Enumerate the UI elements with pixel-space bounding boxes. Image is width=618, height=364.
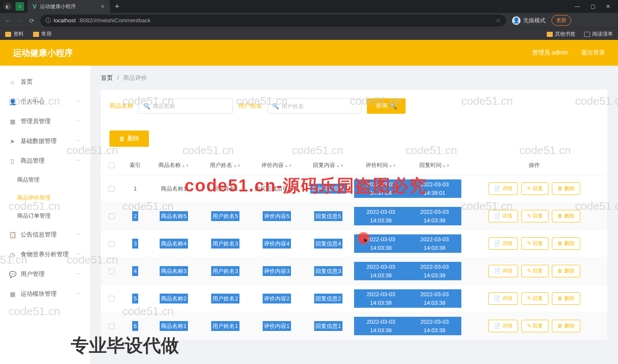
row-checkbox[interactable] [109,213,115,219]
sport-icon: ▦ [9,291,15,297]
forward-icon[interactable]: → [17,17,23,24]
cursor-icon: ➤ [363,237,368,243]
sidebar-sub-review[interactable]: 商品评价管理 [0,189,90,207]
sidebar-sub-order[interactable]: 商品订单管理 [0,207,90,225]
url-host: localhost [54,17,76,24]
detail-button[interactable]: 📄 详情 [488,265,518,277]
cell-uname: 用户姓名5 [200,211,251,221]
sort-icon: ▲▼ [285,164,292,167]
back-icon[interactable]: ← [5,17,11,24]
col-pname[interactable]: 商品名称▲▼ [148,161,200,169]
tab-favicon-2[interactable]: ≡ [15,2,24,11]
detail-button[interactable]: 📄 详情 [488,210,518,222]
filter-product-input[interactable] [153,103,228,109]
row-delete-button[interactable]: 🗑 删除 [552,182,580,195]
cell-pname: 商品名称4 [148,239,200,249]
col-review[interactable]: 评价内容▲▼ [251,161,303,169]
close-icon[interactable]: × [101,3,104,10]
sidebar-sub-product[interactable]: 商品管理 [0,171,90,189]
new-tab-button[interactable]: + [115,2,120,11]
sidebar-item-nutrition[interactable]: ◷食物营养分析管理﹀ [0,245,90,264]
sidebar-item-product[interactable]: ▯商品管理﹀ [0,151,90,171]
cell-idx: 4 [122,266,148,276]
admin-label[interactable]: 管理员 admin [532,49,568,57]
product-icon: ▯ [9,158,15,164]
bookmark-folder-2[interactable]: 常用 [33,30,52,38]
row-delete-button[interactable]: 🗑 删除 [552,237,580,250]
reply-button[interactable]: ✎ 回复 [521,182,548,195]
cell-rtime: 2022-03-03 14:03:38 [354,262,408,280]
cell-reply: 回复信息3 [303,266,354,276]
incognito-badge[interactable]: 👤 无痕模式 [512,16,545,25]
cell-review: 评价内容1 [251,321,303,331]
table-header: 索引 商品名称▲▼ 用户姓名▲▼ 评价内容▲▼ 回复内容▲▼ 评价时间▲▼ 回复… [101,155,607,175]
cell-uname: 用户姓名3 [200,266,251,276]
filter-user-input[interactable] [282,103,357,109]
other-bookmarks[interactable]: 其他书签 [547,30,576,38]
col-index[interactable]: 索引 [122,161,148,169]
query-button[interactable]: 查询🔍 [367,98,406,114]
update-button[interactable]: 更新 [551,15,571,26]
bookmark-folder-1[interactable]: 资料 [5,30,24,38]
row-checkbox[interactable] [109,241,115,247]
reply-button[interactable]: ✎ 回复 [521,265,548,277]
reply-button[interactable]: ✎ 回复 [521,320,548,332]
col-reply[interactable]: 回复内容▲▼ [303,161,354,169]
logout-link[interactable]: 退出登录 [581,49,605,57]
trash-icon: 🗑 [119,135,125,142]
breadcrumb-home[interactable]: 首页 [101,74,113,81]
sidebar-item-personal[interactable]: 👤个人中心﹀ [0,92,90,112]
detail-button[interactable]: 📄 详情 [488,320,518,332]
chevron-down-icon: ﹀ [76,252,81,258]
chevron-down-icon: ﹀ [76,271,81,277]
maximize-icon[interactable]: ▢ [591,3,595,9]
row-checkbox[interactable] [109,296,115,302]
row-checkbox[interactable] [109,323,115,329]
chevron-down-icon: ﹀ [76,138,81,144]
reply-button[interactable]: ✎ 回复 [521,292,548,305]
browser-tabs: ◐ ≡ V 运动健康小程序 × + — ▢ ✕ [0,0,618,13]
reply-button[interactable]: ✎ 回复 [521,210,548,222]
cell-ops: 📄 详情 ✎ 回复 🗑 删除 [461,265,607,277]
active-tab[interactable]: V 运动健康小程序 × [27,0,110,13]
row-checkbox[interactable] [109,186,115,192]
cell-ops: 📄 详情 ✎ 回复 🗑 删除 [461,237,607,250]
reading-list[interactable]: 阅读清单 [584,30,613,38]
window-close-icon[interactable]: ✕ [606,3,610,9]
delete-button[interactable]: 🗑删除 [109,130,149,147]
cell-pname: 商品名称1 [148,185,200,193]
sidebar-item-notice[interactable]: 📋公告信息管理﹀ [0,225,90,245]
tab-favicon-1[interactable]: ◐ [3,2,12,11]
select-all-checkbox[interactable] [109,162,115,168]
row-delete-button[interactable]: 🗑 删除 [552,210,580,222]
sidebar-item-user[interactable]: 💬用户管理﹀ [0,264,90,284]
sidebar-item-basedata[interactable]: ➤基础数据管理﹀ [0,131,90,151]
vue-icon: V [33,3,36,10]
row-delete-button[interactable]: 🗑 删除 [552,320,580,332]
detail-button[interactable]: 📄 详情 [488,292,518,305]
col-uname[interactable]: 用户姓名▲▼ [200,161,251,169]
minimize-icon[interactable]: — [575,3,580,9]
star-icon[interactable]: ☆ [496,17,501,24]
search-icon: 🔍 [390,103,397,109]
sidebar-item-home[interactable]: ⌂首页 [0,72,90,92]
sidebar-item-sport[interactable]: ▦运动模块管理﹀ [0,284,90,304]
detail-button[interactable]: 📄 详情 [488,237,518,250]
search-icon: 🔍 [143,103,150,109]
reload-icon[interactable]: ⟳ [29,17,34,24]
col-rtime[interactable]: 评价时间▲▼ [354,161,408,169]
cell-idx: 5 [122,294,148,304]
cell-reply: 回复信息4 [303,239,354,249]
sidebar-item-admin[interactable]: ▦管理员管理﹀ [0,112,90,131]
col-rptime[interactable]: 回复时间▲▼ [408,161,461,169]
row-checkbox[interactable] [109,268,115,274]
url-input[interactable]: ⓘ localhost:8082/#/meishiCommentback ☆ [40,15,506,27]
detail-button[interactable]: 📄 详情 [488,182,518,195]
folder-icon [5,32,11,37]
reply-button[interactable]: ✎ 回复 [521,237,548,250]
row-delete-button[interactable]: 🗑 删除 [552,265,580,277]
chevron-down-icon: ﹀ [76,118,81,124]
cell-idx: 1 [122,185,148,192]
tab-title: 运动健康小程序 [40,3,76,10]
row-delete-button[interactable]: 🗑 删除 [552,292,580,305]
